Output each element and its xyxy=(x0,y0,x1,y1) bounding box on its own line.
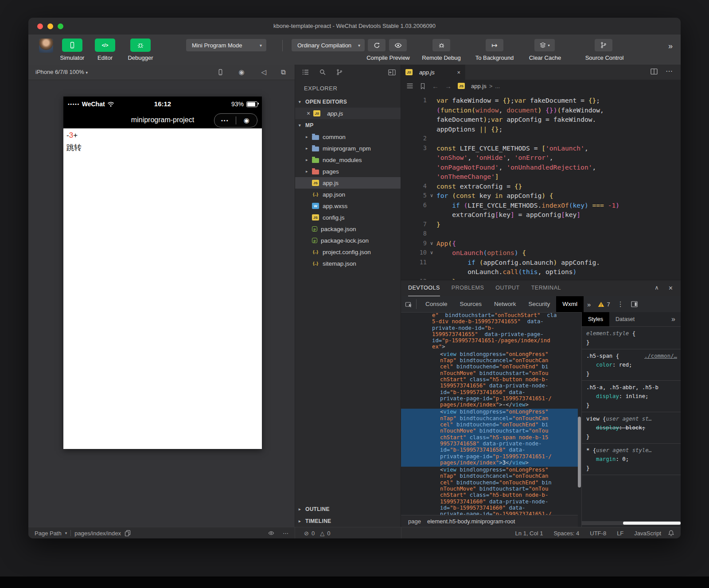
css-property[interactable]: margin: 0; xyxy=(586,455,677,464)
open-editor-item[interactable]: × JS app.js xyxy=(295,108,401,119)
multi-window-icon[interactable]: ⧉ xyxy=(278,67,288,77)
styles-tab-dataset[interactable]: Dataset xyxy=(609,312,641,326)
chrome-tab-sources[interactable]: Sources xyxy=(454,296,488,312)
styles-hscrollbar-track[interactable] xyxy=(581,521,681,525)
status-item[interactable]: LF xyxy=(617,530,623,537)
inspect-element-icon[interactable] xyxy=(401,296,416,312)
tree-item-sitemap.json[interactable]: {..}sitemap.json xyxy=(295,258,401,269)
collapse-sidebar-icon[interactable] xyxy=(387,68,396,77)
tree-item-app.wxss[interactable]: Wapp.wxss xyxy=(295,200,401,212)
code-editor[interactable]: 1var fakeWindow = {};var fakeDocument = … xyxy=(401,92,681,280)
tree-item-project.config.json[interactable]: {..}project.config.json xyxy=(295,246,401,258)
styles-tab-styles[interactable]: Styles xyxy=(582,312,609,326)
tree-item-pages[interactable]: ▸pages xyxy=(295,166,401,177)
wxml-node[interactable]: <view bindlongpress="onLongPress"nTap" b… xyxy=(401,351,578,409)
editor-button[interactable]: </> xyxy=(95,39,115,52)
page-path-label[interactable]: Page Path xyxy=(35,530,62,537)
bookmark-icon[interactable] xyxy=(420,83,426,89)
collapse-panel-icon[interactable]: ∧ xyxy=(654,284,659,292)
wxml-element-tree[interactable]: e" bindtouchstart="onTouchStart" cla5-di… xyxy=(401,312,578,515)
tree-item-package.json[interactable]: ppackage.json xyxy=(295,223,401,235)
git-fork-icon[interactable] xyxy=(335,68,344,77)
program-mode-dropdown[interactable]: Mini Program Mode ▾ xyxy=(186,39,266,51)
fold-icon[interactable]: ∨ xyxy=(427,191,436,201)
close-panel-icon[interactable]: × xyxy=(669,284,673,292)
simulator-button[interactable] xyxy=(62,39,82,52)
fold-icon[interactable]: ∨ xyxy=(427,248,436,258)
stylesheet-link[interactable]: ./common/… xyxy=(644,352,677,360)
source-control-button[interactable] xyxy=(595,39,612,51)
devtools-tab-devtools[interactable]: DEVTOOLS xyxy=(408,280,440,297)
devtools-tab-output[interactable]: OUTPUT xyxy=(495,280,519,296)
more-tabs-icon[interactable]: » xyxy=(587,301,591,308)
tree-item-app.js[interactable]: JSapp.js xyxy=(295,177,401,189)
status-item[interactable]: JavaScript xyxy=(634,530,661,537)
device-selector[interactable]: iPhone 6/7/8 100% ▾ xyxy=(35,65,88,80)
breadcrumb-element[interactable]: element.h5-body.miniprogram-root xyxy=(427,518,515,525)
css-property[interactable]: display: block; xyxy=(586,423,677,432)
jump-link[interactable]: 跳转 xyxy=(66,143,82,153)
mute-icon[interactable]: ◁ xyxy=(259,67,269,77)
debugger-button[interactable] xyxy=(130,39,151,52)
css-selector[interactable]: .h5-a, .h5-abbr, .h5-b xyxy=(586,383,677,392)
toolbar-overflow-button[interactable]: » xyxy=(668,42,673,51)
close-tab-icon[interactable]: × xyxy=(457,69,460,76)
remote-debug-button[interactable] xyxy=(432,39,450,51)
more-options-icon[interactable]: ⋯ xyxy=(283,530,288,537)
breadcrumb-page[interactable]: page xyxy=(408,518,421,525)
devtools-menu-icon[interactable]: ⋮ xyxy=(617,300,624,308)
outline-list-icon[interactable] xyxy=(406,83,413,89)
clear-cache-button[interactable]: ▾ xyxy=(534,39,555,51)
status-item[interactable]: Ln 1, Col 1 xyxy=(515,530,543,537)
tree-item-config.js[interactable]: JSconfig.js xyxy=(295,212,401,223)
css-selector[interactable]: view {user agent st… xyxy=(586,414,677,423)
css-property[interactable]: display: inline; xyxy=(586,392,677,401)
nav-forward-icon[interactable]: → xyxy=(445,82,452,90)
warning-badge[interactable]: 7 xyxy=(598,301,610,308)
chrome-tab-wxml[interactable]: Wxml xyxy=(556,296,584,312)
wxml-scrollbar[interactable] xyxy=(578,417,581,487)
wxml-node[interactable]: e" bindtouchstart="onTouchStart" cla5-di… xyxy=(401,312,578,351)
styles-hscrollbar-thumb[interactable] xyxy=(623,522,681,525)
more-menu-icon[interactable]: ••• xyxy=(214,118,236,123)
chrome-tab-security[interactable]: Security xyxy=(522,296,557,312)
nav-back-icon[interactable]: ← xyxy=(432,82,439,90)
close-icon[interactable]: × xyxy=(307,110,310,117)
file-list-icon[interactable] xyxy=(301,68,310,77)
eye-icon[interactable] xyxy=(268,530,275,536)
split-editor-icon[interactable] xyxy=(651,68,658,75)
close-miniprogram-icon[interactable]: ◉ xyxy=(236,116,257,124)
tree-item-package-lock.json[interactable]: ppackage-lock.json xyxy=(295,235,401,246)
chrome-tab-console[interactable]: Console xyxy=(419,296,454,312)
compilation-mode-dropdown[interactable]: Ordinary Compilation ▾ xyxy=(292,39,365,51)
outline-section-header[interactable]: ▸ OUTLINE xyxy=(295,503,401,515)
project-root-header[interactable]: ▾ MP xyxy=(295,119,401,131)
chrome-tab-network[interactable]: Network xyxy=(488,296,522,312)
wxml-node[interactable]: <view bindlongpress="onLongPress"nTap" b… xyxy=(401,467,578,515)
compile-button[interactable] xyxy=(368,39,386,51)
more-actions-icon[interactable]: ⋯ xyxy=(666,67,673,75)
bell-icon[interactable] xyxy=(668,530,674,537)
statusbar-problems-segment[interactable]: ⊘ 0 △ 0 xyxy=(295,527,401,538)
user-avatar[interactable] xyxy=(39,39,53,53)
to-background-button[interactable]: ↦ xyxy=(486,39,503,51)
copy-icon[interactable] xyxy=(125,530,131,537)
timeline-section-header[interactable]: ▸ TIMELINE xyxy=(295,515,401,527)
fold-icon[interactable]: ∨ xyxy=(427,239,436,248)
device-frame-icon[interactable] xyxy=(215,67,225,77)
devtools-tab-problems[interactable]: PROBLEMS xyxy=(452,280,484,296)
status-item[interactable]: UTF-8 xyxy=(590,530,606,537)
dock-side-icon[interactable] xyxy=(631,301,638,307)
preview-button[interactable] xyxy=(389,39,407,51)
css-selector[interactable]: ./common/….h5-span { xyxy=(586,352,677,360)
tab-app-js[interactable]: JS app.js × xyxy=(401,65,465,80)
open-editors-header[interactable]: ▾ OPEN EDITORS xyxy=(295,96,401,108)
wxml-node-selected[interactable]: <view bindlongpress="onLongPress"nTap" b… xyxy=(401,409,578,467)
search-icon[interactable] xyxy=(318,68,327,77)
tree-item-app.json[interactable]: {..}app.json xyxy=(295,189,401,200)
titlebar[interactable]: kbone-template-preact - WeChat Devtools … xyxy=(28,18,681,35)
devtools-tab-terminal[interactable]: TERMINAL xyxy=(531,280,561,296)
css-property[interactable]: color: red; xyxy=(586,360,677,369)
status-item[interactable]: Spaces: 4 xyxy=(553,530,579,537)
more-styles-tabs-icon[interactable]: » xyxy=(671,315,681,323)
